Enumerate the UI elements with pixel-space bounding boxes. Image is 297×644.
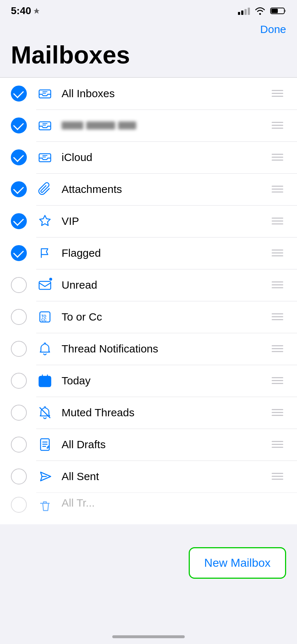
checkbox-all-trash[interactable] bbox=[11, 497, 27, 513]
inbox-icon-3 bbox=[35, 148, 54, 167]
unread-mail-icon bbox=[35, 276, 54, 294]
item-label-all-trash: All Tr... bbox=[62, 497, 286, 509]
checkbox-unread[interactable] bbox=[11, 277, 27, 293]
item-label-muted-threads: Muted Threads bbox=[62, 406, 269, 419]
item-label-attachments: Attachments bbox=[62, 183, 269, 195]
checkbox-all-inboxes[interactable] bbox=[11, 86, 27, 102]
svg-text:CC: CC bbox=[41, 318, 46, 322]
checkbox-muted-threads[interactable] bbox=[11, 405, 27, 421]
drag-handle[interactable] bbox=[269, 374, 286, 387]
item-label-flagged: Flagged bbox=[62, 247, 269, 259]
list-item[interactable]: All Tr... bbox=[0, 492, 297, 524]
drag-handle[interactable] bbox=[269, 406, 286, 419]
item-label-personal bbox=[62, 121, 269, 129]
bell-muted-icon bbox=[35, 403, 54, 422]
item-label-all-drafts: All Drafts bbox=[62, 438, 269, 451]
inbox-icon bbox=[35, 84, 54, 103]
signal-bars bbox=[238, 7, 250, 15]
drag-handle[interactable] bbox=[269, 342, 286, 355]
home-indicator bbox=[112, 635, 185, 638]
page-title: Mailboxes bbox=[11, 41, 286, 69]
mailbox-list: All Inboxes bbox=[0, 78, 297, 524]
page-title-area: Mailboxes bbox=[0, 41, 297, 77]
item-label-icloud: iCloud bbox=[62, 151, 269, 164]
item-label-thread-notifications: Thread Notifications bbox=[62, 343, 269, 355]
list-item[interactable] bbox=[0, 110, 297, 141]
wifi-icon bbox=[254, 7, 266, 15]
inbox-icon-2 bbox=[35, 116, 54, 135]
drag-handle[interactable] bbox=[269, 87, 286, 100]
checkbox-to-cc[interactable] bbox=[11, 309, 27, 325]
draft-icon bbox=[35, 435, 54, 454]
location-icon bbox=[33, 8, 40, 14]
signal-bar-4 bbox=[248, 8, 250, 15]
item-label-all-sent: All Sent bbox=[62, 470, 269, 483]
item-label-today: Today bbox=[62, 375, 269, 387]
checkbox-vip[interactable] bbox=[11, 213, 27, 229]
drag-handle[interactable] bbox=[269, 310, 286, 323]
drag-handle[interactable] bbox=[269, 470, 286, 483]
bell-icon bbox=[35, 339, 54, 358]
calendar-icon: 31 bbox=[35, 371, 54, 390]
list-item[interactable]: Flagged bbox=[0, 237, 297, 269]
list-item[interactable]: All Drafts bbox=[0, 429, 297, 461]
list-item[interactable]: Attachments bbox=[0, 173, 297, 205]
checkbox-all-sent[interactable] bbox=[11, 468, 27, 484]
svg-rect-12 bbox=[39, 376, 51, 381]
drag-handle[interactable] bbox=[269, 438, 286, 451]
checkbox-today[interactable] bbox=[11, 373, 27, 389]
checkbox-icloud[interactable] bbox=[11, 149, 27, 165]
bottom-area: New Mailbox bbox=[0, 524, 297, 597]
status-bar: 5:40 bbox=[0, 0, 297, 20]
svg-text:31: 31 bbox=[43, 381, 48, 386]
item-label-all-inboxes: All Inboxes bbox=[62, 87, 269, 100]
drag-handle[interactable] bbox=[269, 119, 286, 132]
list-item[interactable]: VIP bbox=[0, 205, 297, 237]
svg-rect-6 bbox=[39, 281, 51, 289]
checkbox-all-drafts[interactable] bbox=[11, 437, 27, 453]
status-time: 5:40 bbox=[11, 5, 40, 17]
trash-icon bbox=[35, 497, 54, 516]
star-icon bbox=[35, 212, 54, 231]
drag-handle[interactable] bbox=[269, 215, 286, 227]
item-label-vip: VIP bbox=[62, 215, 269, 227]
checkbox-attachments[interactable] bbox=[11, 181, 27, 197]
list-item[interactable]: All Inboxes bbox=[0, 78, 297, 110]
drag-handle[interactable] bbox=[269, 151, 286, 164]
list-item[interactable]: TO CC To or Cc bbox=[0, 301, 297, 333]
svg-rect-1 bbox=[284, 10, 286, 12]
signal-bar-1 bbox=[238, 12, 240, 15]
drag-handle[interactable] bbox=[269, 278, 286, 291]
signal-bar-3 bbox=[244, 9, 247, 15]
list-item[interactable]: Unread bbox=[0, 269, 297, 301]
item-label-unread: Unread bbox=[62, 279, 269, 291]
flag-icon bbox=[35, 244, 54, 263]
list-item[interactable]: All Sent bbox=[0, 461, 297, 492]
checkbox-flagged[interactable] bbox=[11, 245, 27, 261]
status-icons bbox=[238, 7, 286, 15]
list-item[interactable]: Thread Notifications bbox=[0, 333, 297, 365]
sent-icon bbox=[35, 467, 54, 486]
checkbox-personal[interactable] bbox=[11, 117, 27, 133]
drag-handle[interactable] bbox=[269, 247, 286, 259]
checkbox-thread-notifications[interactable] bbox=[11, 341, 27, 357]
item-label-to-cc: To or Cc bbox=[62, 311, 269, 323]
svg-rect-2 bbox=[271, 9, 278, 13]
drag-handle[interactable] bbox=[269, 183, 286, 195]
signal-bar-2 bbox=[241, 11, 243, 15]
paperclip-icon bbox=[35, 180, 54, 199]
to-cc-icon: TO CC bbox=[35, 307, 54, 326]
list-item[interactable]: Muted Threads bbox=[0, 397, 297, 429]
list-item[interactable]: 31 Today bbox=[0, 365, 297, 397]
done-button[interactable]: Done bbox=[260, 23, 286, 36]
list-item[interactable]: iCloud bbox=[0, 141, 297, 173]
new-mailbox-button[interactable]: New Mailbox bbox=[189, 547, 286, 579]
battery-icon bbox=[270, 7, 286, 15]
header: Done bbox=[0, 20, 297, 41]
